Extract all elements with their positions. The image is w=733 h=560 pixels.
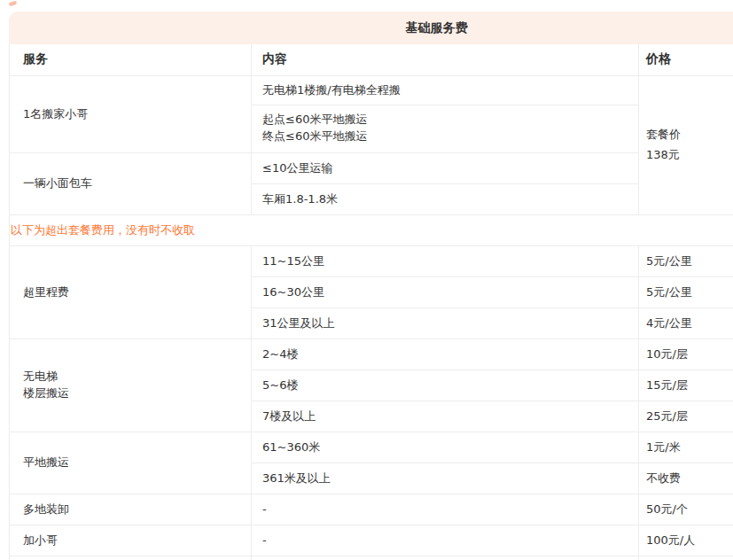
content-cell: - <box>252 494 639 525</box>
column-header-content: 内容 <box>252 44 639 75</box>
table-row: 多地装卸 - 50元/个 <box>10 494 733 525</box>
content-cell: 2~4楼 <box>252 338 639 369</box>
price-cell: 5元/公里 <box>639 276 733 307</box>
content-cell: 361米及以上 <box>252 463 639 494</box>
price-cell: 不收费 <box>639 463 733 494</box>
service-cell: 加小哥 <box>10 525 252 556</box>
column-header-price: 价格 <box>639 44 733 75</box>
price-cell: 15元/层 <box>639 369 733 401</box>
top-left-artifact <box>9 1 18 7</box>
content-cell: 起点≤60米平地搬运 终点≤60米平地搬运 <box>252 105 639 152</box>
service-cell: 一辆小面包车 <box>10 152 252 214</box>
content-cell: 16~30公里 <box>252 276 639 307</box>
content-cell: ≤10公里运输 <box>252 152 639 183</box>
table-row: 1名搬家小哥 无电梯1楼搬/有电梯全程搬 套餐价 138元 <box>10 75 733 105</box>
content-cell: 无电梯1楼搬/有电梯全程搬 <box>252 75 639 105</box>
fee-table: 服务 内容 价格 1名搬家小哥 无电梯1楼搬/有电梯全程搬 套餐价 138元 起… <box>9 44 733 560</box>
content-cell: 61~360米 <box>252 432 639 463</box>
service-cell <box>10 556 252 560</box>
column-header-service: 服务 <box>10 44 252 75</box>
service-cell: 无电梯 楼层搬运 <box>10 338 252 432</box>
table-row-clipped <box>10 556 733 560</box>
price-cell: 1元/米 <box>639 432 733 463</box>
service-cell: 多地装卸 <box>10 494 252 525</box>
table-title: 基础服务费 <box>406 20 468 36</box>
price-cell: 5元/公里 <box>639 245 733 276</box>
content-cell: 5~6楼 <box>252 369 639 401</box>
table-row: 超里程费 11~15公里 5元/公里 <box>10 245 733 276</box>
service-cell: 平地搬运 <box>10 432 252 494</box>
price-cell: 25元/层 <box>639 401 733 432</box>
price-cell: 10元/层 <box>639 338 733 369</box>
content-cell: 车厢1.8-1.8米 <box>252 183 639 214</box>
price-cell: 100元/人 <box>639 525 733 556</box>
fee-table-container: 基础服务费 服务 内容 价格 1名搬家小哥 无电梯1楼搬/有电梯全程搬 套餐价 … <box>9 12 733 560</box>
price-cell: 50元/个 <box>639 494 733 525</box>
table-row: 加小哥 - 100元/人 <box>10 525 733 556</box>
price-cell: 4元/公里 <box>639 307 733 338</box>
table-row: 平地搬运 61~360米 1元/米 <box>10 432 733 463</box>
table-title-band: 基础服务费 <box>9 12 733 44</box>
service-cell: 超里程费 <box>10 245 252 338</box>
note-text: 以下为超出套餐费用，没有时不收取 <box>10 214 733 245</box>
note-row: 以下为超出套餐费用，没有时不收取 <box>10 214 733 245</box>
package-price-cell: 套餐价 138元 <box>639 75 733 214</box>
content-cell: 11~15公里 <box>252 245 639 276</box>
service-cell: 1名搬家小哥 <box>10 75 252 152</box>
price-cell <box>639 556 733 560</box>
table-row: 无电梯 楼层搬运 2~4楼 10元/层 <box>10 338 733 369</box>
content-cell: 7楼及以上 <box>252 401 639 432</box>
table-row: 一辆小面包车 ≤10公里运输 <box>10 152 733 183</box>
header-row: 服务 内容 价格 <box>10 44 733 75</box>
content-cell: - <box>252 525 639 556</box>
content-cell: 31公里及以上 <box>252 307 639 338</box>
content-cell <box>252 556 639 560</box>
